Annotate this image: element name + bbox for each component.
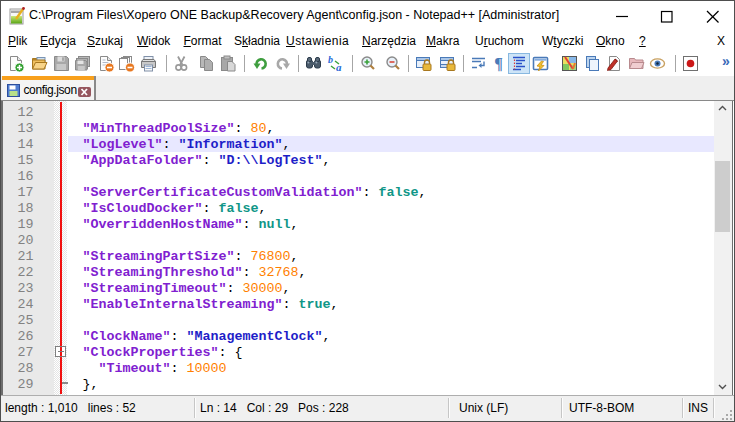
svg-text:b: b — [328, 55, 333, 65]
